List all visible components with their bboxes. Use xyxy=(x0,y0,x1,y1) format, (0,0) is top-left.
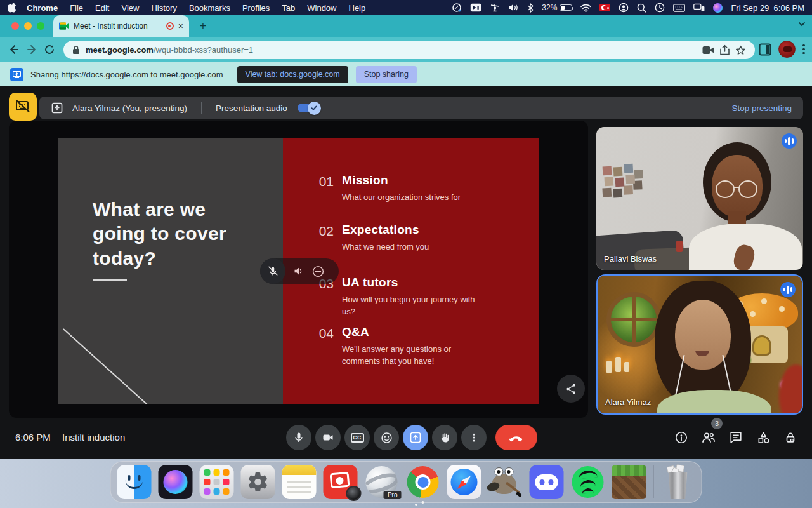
minecraft-icon[interactable] xyxy=(612,465,646,499)
menu-app-name[interactable]: Chrome xyxy=(27,3,58,13)
search-icon[interactable] xyxy=(637,3,646,13)
slide-left-panel: What are we going to cover today? xyxy=(58,138,283,404)
profile-avatar[interactable] xyxy=(778,41,796,58)
reload-button[interactable] xyxy=(41,41,58,58)
presentation-mic-off-button[interactable] xyxy=(260,258,285,284)
menu-help[interactable]: Help xyxy=(349,3,366,13)
more-options-button[interactable] xyxy=(461,425,487,450)
agenda-item: 04 Q&A We'll answer any questions or com… xyxy=(311,325,487,368)
camera-button[interactable] xyxy=(315,425,341,450)
presentation-warning-chip[interactable] xyxy=(9,93,37,121)
presentation-minimize-button[interactable] xyxy=(311,265,325,278)
google-earth-pro-icon[interactable]: Pro xyxy=(365,465,399,499)
presentation-volume-button[interactable] xyxy=(292,265,304,277)
tab-title: Meet - Instilt induction xyxy=(74,22,162,30)
present-box-icon xyxy=(51,102,63,114)
host-controls-icon[interactable] xyxy=(782,429,799,446)
bluetooth-icon[interactable] xyxy=(527,3,534,13)
menu-tab[interactable]: Tab xyxy=(282,3,295,13)
agenda-desc: What we need from you xyxy=(342,241,487,253)
tab-capture-camera-icon[interactable] xyxy=(702,46,714,55)
menu-edit[interactable]: Edit xyxy=(95,3,109,13)
view-tab-button[interactable]: View tab: docs.google.com xyxy=(237,66,348,83)
participant-tile-alara[interactable]: Alara Yilmaz xyxy=(596,274,803,415)
forward-button[interactable] xyxy=(23,41,41,58)
menu-bookmarks[interactable]: Bookmarks xyxy=(189,3,230,13)
utility-icon[interactable] xyxy=(490,3,500,12)
camo-icon[interactable] xyxy=(452,3,462,13)
slide-heading: What are we going to cover today? xyxy=(93,197,246,271)
battery-indicator[interactable]: 32% xyxy=(542,3,572,12)
stop-sharing-button[interactable]: Stop sharing xyxy=(356,66,417,83)
presentation-audio-toggle[interactable] xyxy=(298,104,319,112)
spotify-icon[interactable] xyxy=(571,465,605,499)
agenda-item: 01 Mission What our organization strives… xyxy=(311,173,487,204)
window-minimize-button[interactable] xyxy=(24,22,32,30)
notes-icon[interactable] xyxy=(282,465,317,499)
discord-icon[interactable] xyxy=(530,465,564,499)
clock-icon[interactable] xyxy=(655,3,665,13)
safari-icon[interactable] xyxy=(447,465,481,499)
macos-menubar: Chrome File Edit View History Bookmarks … xyxy=(0,0,812,15)
end-call-button[interactable] xyxy=(495,425,537,450)
launchpad-icon[interactable] xyxy=(200,465,234,499)
displays-icon[interactable] xyxy=(693,3,705,12)
siri-icon[interactable] xyxy=(713,3,723,13)
tab-close-icon[interactable]: × xyxy=(178,22,183,30)
back-button[interactable] xyxy=(5,41,23,58)
siri-icon-dock[interactable] xyxy=(159,465,193,499)
dock-divider xyxy=(653,465,654,498)
agenda-desc: We'll answer any questions or comments t… xyxy=(342,344,487,368)
finder-icon[interactable] xyxy=(117,465,152,499)
browser-menu-icon[interactable] xyxy=(802,44,805,55)
battery-icon xyxy=(560,4,572,11)
photo-booth-icon[interactable] xyxy=(324,465,358,499)
volume-icon[interactable] xyxy=(508,3,519,12)
microphone-button[interactable] xyxy=(286,425,311,450)
raise-hand-button[interactable] xyxy=(432,425,457,450)
chat-icon[interactable] xyxy=(727,429,745,446)
meeting-panels xyxy=(672,429,799,446)
activities-icon[interactable] xyxy=(754,429,772,446)
apple-menu-icon[interactable] xyxy=(8,3,16,13)
window-zoom-button[interactable] xyxy=(37,22,44,30)
candle xyxy=(624,362,629,372)
system-settings-icon[interactable] xyxy=(241,465,275,499)
browser-tab[interactable]: Meet - Instilt induction × xyxy=(53,15,189,37)
participant-tile-pallavi[interactable]: Pallavi Biswas xyxy=(596,127,803,270)
meeting-time: 6:06 PM xyxy=(15,432,51,443)
menu-profiles[interactable]: Profiles xyxy=(242,3,270,13)
menu-window[interactable]: Window xyxy=(307,3,336,13)
lock-icon xyxy=(72,45,80,55)
side-panel-icon[interactable] xyxy=(759,43,771,56)
share-presentation-button[interactable] xyxy=(557,375,585,403)
chrome-icon[interactable] xyxy=(406,465,440,499)
account-icon[interactable] xyxy=(619,3,629,13)
menu-file[interactable]: File xyxy=(70,3,83,13)
menu-view[interactable]: View xyxy=(121,3,139,13)
window-close-button[interactable] xyxy=(11,22,19,30)
reactions-button[interactable] xyxy=(374,425,399,450)
menubar-clock[interactable]: Fri Sep 29 6:06 PM xyxy=(731,3,804,13)
chrome-tabstrip: Meet - Instilt induction × + xyxy=(0,15,812,37)
people-icon[interactable] xyxy=(700,429,717,446)
call-controls: CC xyxy=(286,425,537,450)
keyboard-icon[interactable] xyxy=(673,4,685,12)
url-bar[interactable]: meet.google.com/wqu-bbbd-xss?authuser=1 xyxy=(63,41,755,59)
input-flag-icon[interactable] xyxy=(599,4,610,11)
wifi-icon[interactable] xyxy=(580,4,591,12)
tab-search-chevron-icon[interactable] xyxy=(798,20,806,28)
info-icon[interactable] xyxy=(672,429,690,446)
pip-icon[interactable] xyxy=(470,3,481,12)
captions-button[interactable]: CC xyxy=(344,425,370,450)
trash-icon[interactable] xyxy=(661,465,695,499)
stop-presenting-button[interactable]: Stop presenting xyxy=(731,104,792,113)
gimp-icon[interactable] xyxy=(488,465,523,499)
agenda-number: 01 xyxy=(311,173,334,204)
menu-history[interactable]: History xyxy=(151,3,176,13)
presenting-status-bar: Alara Yilmaz (You, presenting) Presentat… xyxy=(39,97,803,119)
bookmark-star-icon[interactable] xyxy=(735,45,746,55)
new-tab-button[interactable]: + xyxy=(195,18,211,34)
share-page-icon[interactable] xyxy=(720,44,730,55)
present-button[interactable] xyxy=(403,425,428,450)
